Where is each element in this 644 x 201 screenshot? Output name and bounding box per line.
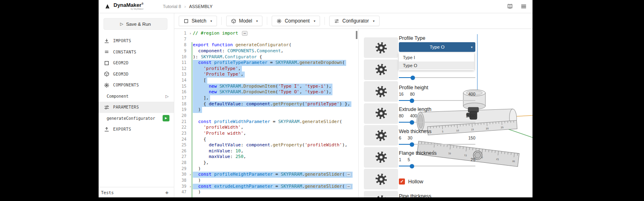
line-number: 47	[174, 189, 188, 195]
parameter-settings-button[interactable]	[364, 125, 398, 146]
hollow-label: Hollow	[408, 179, 423, 185]
code-line[interactable]: 15 new SKYPARAM.DropdownItem('Type I', '…	[174, 84, 358, 90]
code-line[interactable]: 38 )	[174, 178, 358, 184]
code-line[interactable]: 11 const profileTypeParameter = SKYPARAM…	[174, 60, 358, 66]
code-line[interactable]: 25 defaultValue: component.getProperty('…	[174, 142, 358, 148]
parameter-settings-button[interactable]	[364, 169, 398, 189]
toolbar-sketch-button[interactable]: Sketch▾	[179, 16, 217, 26]
gear-icon	[374, 194, 388, 197]
code-line[interactable]: 21 const profileWidthParameter = SKYPARA…	[174, 119, 358, 125]
pipe-thickness-label: Pipe thickness	[399, 193, 431, 197]
sidebar-item-label: PARAMETERS	[113, 105, 139, 109]
line-number: 28	[174, 160, 188, 166]
param-slider[interactable]	[399, 120, 475, 125]
sidebar-item-components[interactable]: COMPONENTS	[99, 80, 174, 91]
slider-thumb[interactable]	[410, 98, 414, 103]
code-line[interactable]: 9 component: COMPONENTS.Component,	[174, 48, 358, 54]
code-line[interactable]: 28 },	[174, 160, 358, 166]
code-line[interactable]: 16 new SKYPARAM.DropdownItem('Type O', '…	[174, 89, 358, 95]
code-line[interactable]: 20	[174, 113, 358, 119]
hollow-row: ✓ Hollow	[399, 178, 423, 185]
param-slider[interactable]	[399, 164, 475, 169]
param-slider[interactable]	[399, 142, 475, 147]
dropdown-option[interactable]: Type I	[399, 53, 474, 62]
breadcrumb: Tutorial 8 › ASSEMBLY	[163, 4, 213, 9]
dropdown-option[interactable]: Type O	[399, 62, 474, 70]
parameter-settings-button[interactable]	[364, 147, 398, 168]
code-line[interactable]: 8export function generateConfigurator(	[174, 42, 358, 48]
toolbar-component-button[interactable]: Component▾	[272, 16, 320, 26]
sidebar-item-geom3d[interactable]: GEOM3D	[99, 69, 174, 80]
code-text: const profileTypeParameter = SKYPARAM.ge…	[193, 60, 346, 66]
code-text: // #region import ⋯	[193, 31, 248, 37]
param-slider[interactable]	[399, 98, 475, 103]
sidebar-item-geom2d[interactable]: GEOM2D	[99, 57, 174, 69]
sidebar-item-parameters[interactable]: PARAMETERS	[99, 102, 174, 113]
config-panel: Profile Type Type O ▾ Type IType O	[399, 29, 475, 197]
save-run-button[interactable]: ▷ Save & Run	[103, 18, 167, 30]
code-line[interactable]: 19 )	[174, 107, 358, 113]
geom3d-icon	[104, 71, 109, 77]
sidebar-item-constants[interactable]: CONSTANTS	[99, 47, 174, 58]
menu-icon[interactable]	[520, 3, 527, 10]
toolbar-configurator-button[interactable]: Configurator▾	[329, 16, 379, 26]
param-values: 1680400	[399, 91, 475, 97]
param-flange-thickness: Flange thickness1525	[399, 150, 475, 169]
parameter-settings-button[interactable]	[364, 59, 398, 80]
param-value: 30	[408, 135, 413, 140]
profile-type-dropdown[interactable]: Type O ▾	[399, 42, 475, 52]
toolbar-model-button[interactable]: Model▾	[226, 16, 263, 26]
param-slider[interactable]	[399, 75, 475, 80]
parameter-settings-button[interactable]	[364, 103, 398, 124]
code-line[interactable]: 1›// #region import ⋯	[174, 31, 358, 37]
line-number: 24	[174, 137, 188, 143]
code-line[interactable]: 22 'profileWidth',	[174, 125, 358, 131]
parameter-settings-button[interactable]	[364, 191, 398, 198]
slider-thumb[interactable]	[410, 120, 414, 125]
code-editor[interactable]: 1›// #region import ⋯78export function g…	[174, 29, 359, 197]
fold-chevron-icon[interactable]: ›	[188, 31, 193, 37]
code-line[interactable]: 24 {	[174, 137, 358, 143]
slider-thumb[interactable]	[410, 142, 414, 147]
code-line[interactable]: 29 )	[174, 166, 358, 172]
parameter-settings-button[interactable]	[364, 81, 398, 102]
breadcrumb-project[interactable]: Tutorial 8	[163, 4, 181, 9]
hollow-checkbox[interactable]: ✓	[399, 178, 405, 185]
code-text: )	[193, 178, 201, 184]
add-test-button[interactable]: +	[165, 189, 169, 196]
docs-icon[interactable]	[507, 3, 513, 10]
sidebar-item-exports[interactable]: EXPORTS	[99, 124, 174, 135]
line-number: 27	[174, 154, 188, 160]
breadcrumb-page[interactable]: ASSEMBLY	[189, 4, 213, 9]
code-text: ],	[193, 95, 210, 101]
editor-scrollbar[interactable]	[356, 31, 357, 39]
code-line[interactable]: 23 'Profile width',	[174, 131, 358, 137]
slider-thumb[interactable]	[411, 76, 415, 80]
param-max: 150	[468, 135, 475, 140]
app-logo[interactable]: DynaMaker® by SkyMaker	[104, 2, 144, 10]
code-line[interactable]: 27 maxValue: 250,	[174, 154, 358, 160]
code-line[interactable]: 13 'Profile Type',	[174, 72, 358, 78]
run-function-button[interactable]: ▶	[163, 115, 169, 121]
sidebar-item-imports[interactable]: IMPORTS	[99, 35, 174, 47]
param-max: 25	[471, 157, 475, 162]
gear-icon	[374, 172, 388, 186]
sidebar-nav: IMPORTSCONSTANTSGEOM2DGEOM3DCOMPONENTSCo…	[99, 35, 174, 135]
code-line[interactable]: 10): SKYPARAM.Configurator {	[174, 54, 358, 60]
code-line[interactable]: 30› const profileHeightParameter = SKYPA…	[174, 172, 358, 178]
code-line[interactable]: 12 'profileType',	[174, 66, 358, 72]
code-line[interactable]: 17 ],	[174, 95, 358, 101]
play-icon[interactable]: ▷	[165, 94, 169, 98]
code-line[interactable]: 26 minValue: 10,	[174, 148, 358, 154]
code-line[interactable]: 14 [	[174, 78, 358, 84]
line-number: 15	[174, 84, 188, 90]
code-line[interactable]: 39› const extrudeLengthParameter = SKYPA…	[174, 184, 358, 190]
sidebar-item-generateconfigurator[interactable]: generateConfigurator▶	[99, 113, 174, 124]
slider-thumb[interactable]	[410, 164, 414, 168]
code-line[interactable]: 18 { defaultValue: component.getProperty…	[174, 101, 358, 107]
sidebar-item-component[interactable]: Component▷	[99, 91, 174, 102]
parameter-settings-button[interactable]	[364, 37, 398, 58]
code-line[interactable]: 7	[174, 37, 358, 43]
code-line[interactable]: 47 )	[174, 189, 358, 195]
line-number: 1	[174, 31, 188, 37]
